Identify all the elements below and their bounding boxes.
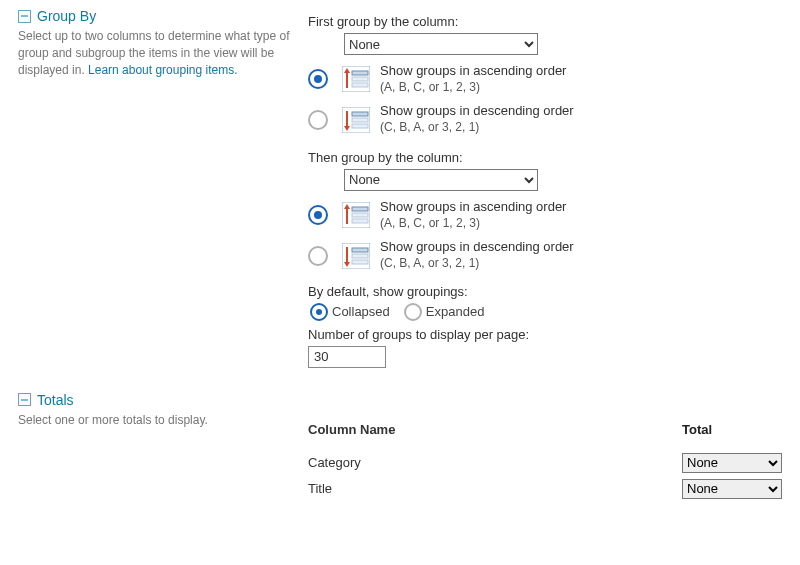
collapse-icon[interactable]	[18, 393, 31, 406]
descending-icon	[342, 107, 370, 133]
radio-icon	[308, 110, 328, 130]
radio-icon	[308, 205, 328, 225]
section-group-by: Group By Select up to two columns to det…	[18, 8, 782, 368]
collapsed-radio[interactable]: Collapsed	[310, 303, 390, 321]
groups-per-page-label: Number of groups to display per page:	[308, 327, 782, 342]
table-row: Category None	[308, 453, 782, 473]
first-group-select[interactable]: None	[344, 33, 538, 55]
default-show-label: By default, show groupings:	[308, 284, 782, 299]
collapse-icon[interactable]	[18, 10, 31, 23]
learn-grouping-link[interactable]: Learn about grouping items.	[88, 63, 237, 77]
radio-icon	[310, 303, 328, 321]
group-by-header[interactable]: Group By	[18, 8, 308, 24]
group-by-description: Select up to two columns to determine wh…	[18, 28, 308, 78]
table-row: Title None	[308, 479, 782, 499]
descending-icon	[342, 243, 370, 269]
total-header: Total	[682, 422, 782, 437]
totals-title: Totals	[37, 392, 74, 408]
ascending-icon	[342, 202, 370, 228]
totals-header[interactable]: Totals	[18, 392, 308, 408]
first-group-desc-radio[interactable]: Show groups in descending order (C, B, A…	[308, 103, 782, 135]
totals-description: Select one or more totals to display.	[18, 412, 308, 429]
first-group-asc-radio[interactable]: Show groups in ascending order (A, B, C,…	[308, 63, 782, 95]
radio-icon	[308, 246, 328, 266]
then-group-select[interactable]: None	[344, 169, 538, 191]
groups-per-page-input[interactable]	[308, 346, 386, 368]
total-row-name: Title	[308, 481, 682, 496]
then-group-desc-radio[interactable]: Show groups in descending order (C, B, A…	[308, 239, 782, 271]
radio-icon	[404, 303, 422, 321]
then-group-asc-radio[interactable]: Show groups in ascending order (A, B, C,…	[308, 199, 782, 231]
first-group-label: First group by the column:	[308, 14, 782, 29]
expanded-radio[interactable]: Expanded	[404, 303, 485, 321]
then-group-label: Then group by the column:	[308, 150, 782, 165]
column-name-header: Column Name	[308, 422, 682, 437]
total-row-select[interactable]: None	[682, 453, 782, 473]
ascending-icon	[342, 66, 370, 92]
radio-icon	[308, 69, 328, 89]
total-row-name: Category	[308, 455, 682, 470]
section-totals: Totals Select one or more totals to disp…	[18, 392, 782, 505]
total-row-select[interactable]: None	[682, 479, 782, 499]
group-by-title: Group By	[37, 8, 96, 24]
